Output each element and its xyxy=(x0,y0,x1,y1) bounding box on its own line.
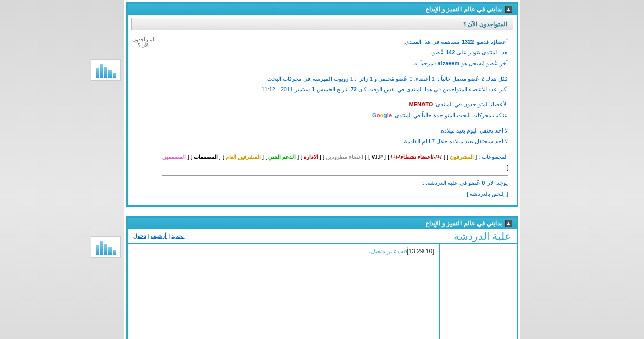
group-banned[interactable]: اعضاء مطرودين xyxy=(326,154,363,160)
chat-timestamp: [13:29:10] xyxy=(407,248,434,255)
stats-icon xyxy=(91,236,121,258)
stats-icon xyxy=(91,59,121,81)
group-vip[interactable]: V.I.P xyxy=(371,154,383,160)
peak-count: 72 xyxy=(351,86,357,92)
stats-content: أعضاؤنا قدموا 1322 مساهمة في هذا المنتدى… xyxy=(157,33,513,202)
group-designers-f[interactable]: المصممات xyxy=(194,154,218,160)
members-count: 142 xyxy=(446,49,455,55)
groups-label: المجموعات : xyxy=(477,154,508,160)
birthday-today: لا احد يحتفل اليوم بعيد ميلاده xyxy=(162,125,508,136)
posts-count: 1322 xyxy=(462,39,474,45)
chat-refresh-link[interactable]: تحديد xyxy=(171,233,184,239)
chat-messages: [13:29:10]أنت غير متصل. xyxy=(128,244,439,339)
side-label: المتواجدون الآن ؟ xyxy=(131,33,157,202)
online-user-link[interactable]: MENATO xyxy=(409,101,433,107)
group-management[interactable]: الادارة xyxy=(304,154,318,160)
birthday-week: لا احد سيحتفل بعيد ميلاده خلال 7 ايام ال… xyxy=(162,136,508,147)
group-globalmod[interactable]: المشرفين العام xyxy=(226,154,261,160)
chatbox-panel: ▲ بدايتي في عالم التميز و الإبداع علبة ا… xyxy=(126,216,518,339)
collapse-icon[interactable]: ▲ xyxy=(505,220,512,227)
group-tech[interactable]: الدعم الفني xyxy=(268,154,296,160)
group-active[interactable]: /+/-/اعضاء نشطاء\-\+\ xyxy=(391,154,442,160)
newest-user-link[interactable]: alzaeem xyxy=(437,60,459,66)
panel-title: بدايتي في عالم التميز و الإبداع xyxy=(426,6,502,13)
group-admin[interactable]: المشرفون xyxy=(450,154,474,160)
panel-header: ▲ بدايتي في عالم التميز و الإبداع xyxy=(128,4,517,15)
online-subheader: المتواجدون الآن ؟ xyxy=(131,18,513,30)
online-summary: ككل هناك 2 عُضو متصل حالياً :: 1 أعضاء, … xyxy=(162,73,508,84)
chat-archive-link[interactable]: أرشيف xyxy=(151,233,167,239)
collapse-icon[interactable]: ▲ xyxy=(505,6,512,13)
posts-label: أعضاؤنا قدموا xyxy=(474,39,508,45)
group-designers-m[interactable]: المصممين xyxy=(162,154,186,160)
chatbox-title: علبة الدردشة xyxy=(449,229,517,243)
chat-status-message: أنت غير متصل. xyxy=(369,248,407,255)
chat-users-list xyxy=(439,244,517,339)
chat-login-link[interactable]: دخول xyxy=(133,233,146,239)
panel-header: ▲ بدايتي في عالم التميز و الإبداع xyxy=(128,218,517,229)
online-panel: ▲ بدايتي في عالم التميز و الإبداع المتوا… xyxy=(126,2,518,207)
google-bot: Google xyxy=(372,112,392,118)
chatbox-controls: تحديد | أرشيف | دخول xyxy=(128,233,190,239)
join-chat-link[interactable]: [ إلتحق بالدردشة ] xyxy=(467,191,508,197)
panel-title: بدايتي في عالم التميز و الإبداع xyxy=(426,220,502,227)
